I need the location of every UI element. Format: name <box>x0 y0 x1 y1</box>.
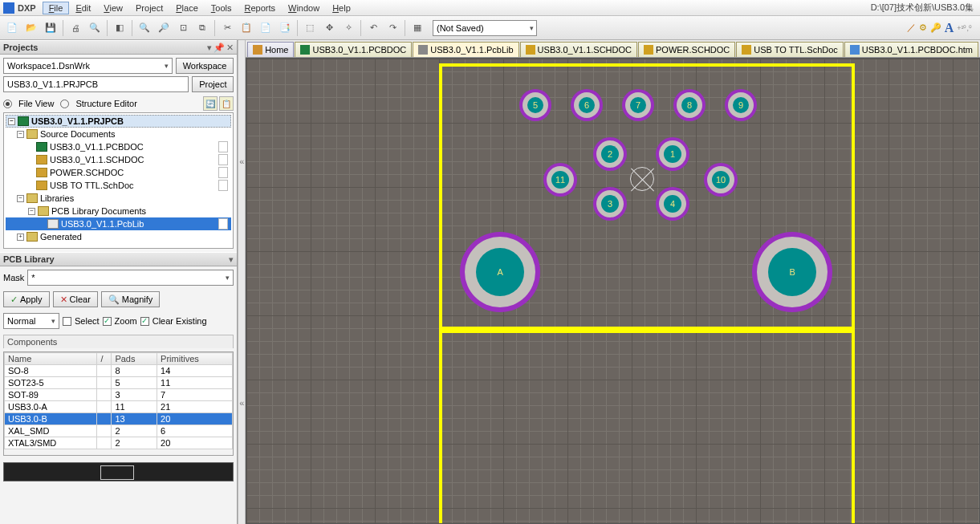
cut-icon[interactable]: ✂ <box>218 19 236 37</box>
text-icon[interactable]: A <box>945 21 954 35</box>
layers-icon[interactable]: ◧ <box>111 19 128 37</box>
table-row[interactable]: XAL_SMD26 <box>5 425 233 437</box>
project-button[interactable]: Project <box>192 76 234 92</box>
menu-place[interactable]: Place <box>169 2 205 14</box>
app-icon <box>3 2 14 14</box>
pcb-canvas[interactable]: 5 6 7 8 9 2 1 11 10 3 4 A B <box>246 58 980 524</box>
tab-power[interactable]: POWER.SCHDOC <box>638 42 735 57</box>
project-tree[interactable]: −USB3.0_V1.1.PRJPCB −Source Documents US… <box>3 112 234 249</box>
paste-special-icon[interactable]: 📑 <box>276 19 294 37</box>
paste-icon[interactable]: 📄 <box>257 19 274 37</box>
col-name[interactable]: Name <box>5 353 97 365</box>
magnify-button[interactable]: 🔍Magnify <box>101 291 161 307</box>
table-row[interactable]: USB3.0-A1121 <box>5 401 233 413</box>
panel-menu-icon[interactable]: ▾ <box>207 43 212 53</box>
tab-pcblib[interactable]: USB3.0_V1.1.PcbLib <box>413 42 518 57</box>
file-view-radio[interactable] <box>3 100 12 108</box>
apply-button[interactable]: ✓Apply <box>3 291 50 307</box>
workspace-button[interactable]: Workspace <box>176 58 234 74</box>
table-row[interactable]: SOT-8937 <box>5 389 233 401</box>
table-row[interactable]: SO-8814 <box>5 365 233 377</box>
move-icon[interactable]: ✥ <box>320 19 338 37</box>
project-input[interactable]: USB3.0_V1.1.PRJPCB <box>3 76 189 92</box>
tree-doc-power[interactable]: POWER.SCHDOC <box>6 166 231 179</box>
table-row[interactable]: SOT23-5511 <box>5 377 233 389</box>
key-icon[interactable]: 🔑 <box>930 22 941 33</box>
zoom-out-icon[interactable]: 🔎 <box>155 19 173 37</box>
clear-button[interactable]: ✕Clear <box>53 291 98 307</box>
tree-libraries[interactable]: −Libraries <box>6 192 231 205</box>
tab-ttl[interactable]: USB TO TTL.SchDoc <box>736 42 844 57</box>
app-name: DXP <box>18 3 36 13</box>
tab-htm[interactable]: USB3.0_V1.1.PCBDOC.htm <box>844 42 978 57</box>
pad-a: A <box>497 267 502 277</box>
print-icon[interactable]: 🖨 <box>67 19 84 37</box>
clear-existing-label: Clear Existing <box>152 316 207 326</box>
structure-editor-radio[interactable] <box>60 100 69 108</box>
menu-tools[interactable]: Tools <box>205 2 238 14</box>
refresh-icon[interactable]: 🔄 <box>203 96 218 111</box>
tab-home[interactable]: Home <box>247 42 294 57</box>
clear-existing-checkbox[interactable] <box>140 317 149 326</box>
tab-schdoc[interactable]: USB3.0_V1.1.SCHDOC <box>520 42 637 57</box>
options-icon[interactable]: 📋 <box>219 96 234 111</box>
open-icon[interactable]: 📂 <box>22 19 40 37</box>
zoom-fit-icon[interactable]: ⊡ <box>174 19 192 37</box>
menu-edit[interactable]: Edit <box>69 2 97 14</box>
menu-project[interactable]: Project <box>129 2 169 14</box>
pad-7: 7 <box>636 100 640 110</box>
col-prims[interactable]: Primitives <box>157 353 233 365</box>
pad-3: 3 <box>608 199 612 209</box>
col-pads[interactable]: Pads <box>112 353 157 365</box>
tree-doc-pcb[interactable]: USB3.0_V1.1.PCBDOC <box>6 140 231 153</box>
pcblib-menu-icon[interactable]: ▾ <box>229 254 234 265</box>
menu-window[interactable]: Window <box>282 2 326 14</box>
panel-close-icon[interactable]: ✕ <box>226 43 234 53</box>
select-icon[interactable]: ⬚ <box>301 19 319 37</box>
tree-source-docs[interactable]: −Source Documents <box>6 128 231 140</box>
collapse-handle[interactable]: «« <box>238 40 246 524</box>
redo-icon[interactable]: ↷ <box>384 19 401 37</box>
select-label: Select <box>75 316 100 326</box>
copy-icon[interactable]: 📋 <box>238 19 255 37</box>
panel-pin-icon[interactable]: 📌 <box>213 43 225 53</box>
zoom-checkbox[interactable] <box>103 317 112 326</box>
tab-pcbdoc[interactable]: USB3.0_V1.1.PCBDOC <box>295 42 412 57</box>
main-view: Home USB3.0_V1.1.PCBDOC USB3.0_V1.1.PcbL… <box>246 40 980 524</box>
tree-lib-file[interactable]: USB3.0_V1.1.PcbLib <box>6 217 231 230</box>
zoom-area-icon[interactable]: ⧉ <box>193 19 211 37</box>
preview-icon[interactable]: 🔍 <box>86 19 104 37</box>
mask-input[interactable]: * <box>27 270 234 286</box>
grid-icon[interactable]: ▦ <box>409 19 426 37</box>
origin-icon[interactable]: +¹⁰,⁰ <box>957 24 972 32</box>
table-row[interactable]: XTAL3/SMD220 <box>5 437 233 449</box>
pad-11: 11 <box>555 175 565 185</box>
workspace-combo[interactable]: Workspace1.DsnWrk <box>3 58 173 74</box>
tree-pcblib-docs[interactable]: −PCB Library Documents <box>6 205 231 217</box>
tree-doc-ttl[interactable]: USB TO TTL.SchDoc <box>6 179 231 192</box>
projects-header: Projects ▾📌✕ <box>0 40 237 55</box>
table-row[interactable]: USB3.0-B1320 <box>5 413 233 425</box>
pad-10: 10 <box>716 175 726 185</box>
new-icon[interactable]: 📄 <box>3 19 21 37</box>
saved-combo[interactable]: (Not Saved) <box>433 20 537 36</box>
undo-icon[interactable]: ↶ <box>364 19 382 37</box>
mask-label: Mask <box>3 273 24 282</box>
save-icon[interactable]: 💾 <box>42 19 59 37</box>
components-table[interactable]: Name/PadsPrimitives SO-8814SOT23-5511SOT… <box>3 351 234 456</box>
menu-reports[interactable]: Reports <box>238 2 282 14</box>
normal-combo[interactable]: Normal <box>3 313 59 329</box>
select-checkbox[interactable] <box>63 317 71 326</box>
menu-view[interactable]: View <box>97 2 129 14</box>
menu-file[interactable]: File <box>43 2 70 14</box>
gear-icon[interactable]: ⚙ <box>919 22 927 33</box>
menu-bar: DXP File Edit View Project Place Tools R… <box>0 0 980 16</box>
deselect-icon[interactable]: ✧ <box>340 19 357 37</box>
tree-generated[interactable]: +Generated <box>6 230 231 243</box>
tree-doc-sch[interactable]: USB3.0_V1.1.SCHDOC <box>6 153 231 166</box>
menu-help[interactable]: Help <box>326 2 357 14</box>
pad-4: 4 <box>670 199 675 209</box>
tree-root[interactable]: −USB3.0_V1.1.PRJPCB <box>6 115 231 128</box>
measure-icon[interactable]: ／ <box>907 22 916 34</box>
zoom-in-icon[interactable]: 🔍 <box>136 19 153 37</box>
